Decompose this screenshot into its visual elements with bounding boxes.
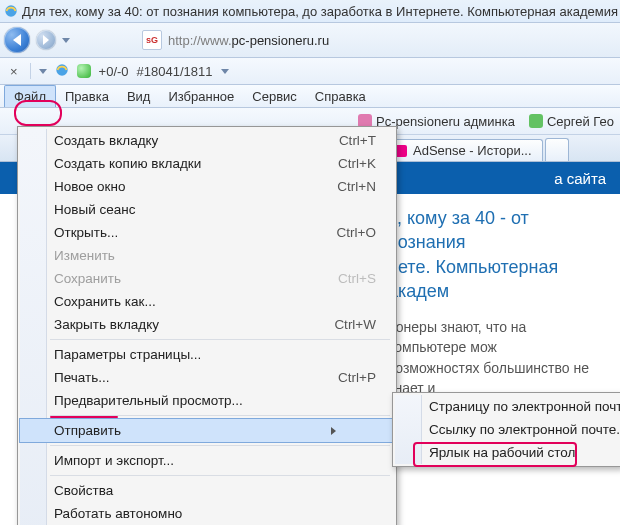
menu-view[interactable]: Вид (118, 85, 160, 107)
new-tab-button[interactable] (545, 138, 569, 161)
menu-item[interactable]: Печать...Ctrl+P (20, 366, 394, 389)
file-menu-popup: Создать вкладкуCtrl+T Создать копию вкла… (17, 126, 397, 525)
menu-item[interactable]: Создать копию вкладкиCtrl+K (20, 152, 394, 175)
site-favicon: sG (142, 30, 162, 50)
chevron-down-icon[interactable] (221, 69, 229, 74)
menu-item[interactable]: Работать автономно (20, 502, 394, 525)
nav-row: sG http://www.pc-pensioneru.ru (0, 23, 620, 58)
menu-item[interactable]: Импорт и экспорт... (20, 449, 394, 472)
addr-scheme: http:// (168, 33, 201, 48)
article-heading: х, кому за 40 - от познаниянете. Компьют… (388, 206, 602, 303)
submenu-item-shortcut-desktop[interactable]: Ярлык на рабочий стол (395, 441, 619, 464)
toolbar-close-button[interactable]: × (6, 64, 22, 79)
menu-separator (50, 339, 390, 340)
menu-item[interactable]: Новое окноCtrl+N (20, 175, 394, 198)
submenu-arrow-icon (331, 427, 376, 435)
window-title: Для тех, кому за 40: от познания компьют… (22, 4, 620, 19)
section-label: а сайта (554, 170, 606, 187)
window-titlebar: Для тех, кому за 40: от познания компьют… (0, 0, 620, 23)
status-indicator-icon (77, 64, 91, 78)
menu-item[interactable]: Новый сеанс (20, 198, 394, 221)
back-button[interactable] (4, 27, 30, 53)
submenu-item[interactable]: Ссылку по электронной почте... (395, 418, 619, 441)
address-bar[interactable]: http://www.pc-pensioneru.ru (168, 33, 329, 48)
tab-label: AdSense - Истори... (413, 143, 532, 158)
toolbar-icon[interactable] (55, 63, 69, 80)
menu-item[interactable]: Открыть...Ctrl+O (20, 221, 394, 244)
menu-item[interactable]: Предварительный просмотр... (20, 389, 394, 412)
menu-item[interactable]: Параметры страницы... (20, 343, 394, 366)
menu-item-send[interactable]: Отправить (20, 419, 394, 442)
menu-item[interactable]: Сохранить как... (20, 290, 394, 313)
ie-icon (4, 4, 18, 18)
send-submenu-popup: Страницу по электронной почте... Ссылку … (392, 392, 620, 467)
toolbar-row: × +0/-0 #18041/1811 (0, 58, 620, 85)
menu-separator (50, 475, 390, 476)
menu-help[interactable]: Справка (306, 85, 375, 107)
menu-bar: Файл Правка Вид Избранное Сервис Справка (0, 85, 620, 108)
addr-sub: www. (201, 33, 232, 48)
arrow-right-icon (43, 35, 49, 45)
menu-separator (50, 445, 390, 446)
rank-value: #18041/1811 (137, 64, 213, 79)
menu-item[interactable]: Создать вкладкуCtrl+T (20, 129, 394, 152)
menu-file[interactable]: Файл (4, 85, 56, 107)
history-dropdown-icon[interactable] (62, 38, 70, 43)
menu-item[interactable]: Закрыть вкладкуCtrl+W (20, 313, 394, 336)
fav-label: Сергей Гео (547, 114, 614, 129)
menu-item-disabled: Изменить (20, 244, 394, 267)
submenu-item[interactable]: Страницу по электронной почте... (395, 395, 619, 418)
menu-tools[interactable]: Сервис (243, 85, 306, 107)
browser-tab[interactable]: AdSense - Истори... (384, 139, 543, 161)
arrow-left-icon (13, 34, 21, 46)
menu-item-disabled: СохранитьCtrl+S (20, 267, 394, 290)
menu-item[interactable]: Свойства (20, 479, 394, 502)
menu-separator (50, 415, 390, 416)
divider (30, 63, 31, 79)
fav-link[interactable]: Сергей Гео (529, 114, 614, 129)
forward-button[interactable] (36, 30, 56, 50)
chevron-down-icon[interactable] (39, 69, 47, 74)
person-icon (529, 114, 543, 128)
article-paragraph: ионеры знают, что на компьютере можвозмо… (388, 317, 602, 398)
menu-edit[interactable]: Правка (56, 85, 118, 107)
addr-domain: pc-pensioneru.ru (232, 33, 330, 48)
pagerank-value: +0/-0 (99, 64, 129, 79)
menu-favorites[interactable]: Избранное (159, 85, 243, 107)
